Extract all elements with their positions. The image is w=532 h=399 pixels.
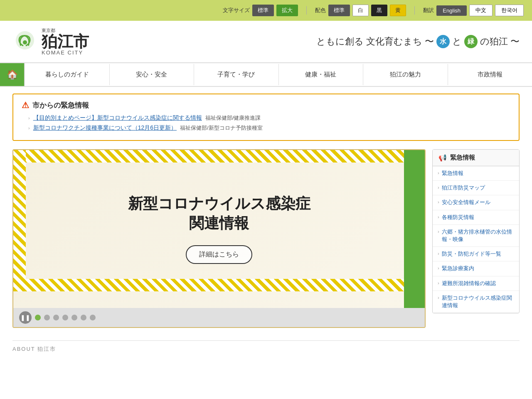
slide-controls: ❚❚ [13,308,425,327]
sidebar-link-disaster-info[interactable]: › 各種防災情報 [433,210,519,225]
slideshow-pause-button[interactable]: ❚❚ [19,311,32,324]
megaphone-icon: 📢 [438,154,447,162]
tagline-to: と [452,35,462,48]
sidebar-link-emergency[interactable]: › 緊急情報 [433,166,519,181]
slide-dot-5[interactable] [71,315,77,320]
emergency-link-1-text[interactable]: 【目的別まとめページ】新型コロナウイルス感染症に関する情報 [33,114,202,122]
sidebar-link-safety-mail-text: 安心安全情報メール [442,199,490,206]
main-navigation: 🏠 暮らしのガイド 安心・安全 子育て・学び 健康・福祉 狛江の魅力 市政情報 [0,62,532,87]
color-black-button[interactable]: 黒 [371,5,387,16]
slide-dot-7[interactable] [90,315,96,320]
emergency-link-2[interactable]: › 新型コロナワクチン接種事業について（12月6日更新） 福祉保健部/新型コロナ… [28,124,510,132]
about-label: ABOUT 狛江市 [12,346,56,352]
color-yellow-button[interactable]: 黄 [390,5,406,16]
divider-1 [306,6,307,15]
slide-dot-1[interactable] [35,315,41,320]
emergency-sidebar: 📢 緊急情報 › 緊急情報 › 狛江市防災マップ › 安心安全情報メール › 各… [432,149,520,313]
water-badge: 水 [436,35,450,48]
stripe-border-bottom [13,279,425,291]
sidebar-title: 緊急情報 [450,154,475,162]
nav-item-city-admin[interactable]: 市政情報 [448,64,532,85]
main-content: ⚠ 市からの緊急情報 › 【目的別まとめページ】新型コロナウイルス感染症に関する… [0,87,532,360]
chevron-icon: › [438,266,439,271]
translate-section: 翻訳 English 中文 한국어 [423,5,524,16]
emergency-dept-2: 福祉保健部/新型コロナ予防接種室 [180,124,263,132]
sidebar-link-disaster-map[interactable]: › 狛江市防災マップ [433,181,519,195]
font-size-label: 文字サイズ [223,7,250,14]
sidebar-link-emergency-medical-text: 緊急診療案内 [442,265,474,272]
nav-item-charm[interactable]: 狛江の魅力 [363,64,448,85]
font-standard-button[interactable]: 標準 [252,5,274,16]
emergency-link-1[interactable]: › 【目的別まとめページ】新型コロナウイルス感染症に関する情報 福祉保健部/健康… [28,114,510,122]
emergency-link-2-text[interactable]: 新型コロナワクチン接種事業について（12月6日更新） [33,124,177,132]
translate-label: 翻訳 [423,7,434,14]
emergency-info-box: ⚠ 市からの緊急情報 › 【目的別まとめページ】新型コロナウイルス感染症に関する… [12,94,520,141]
header-tagline: ともに創る 文化育むまち 〜 水 と 緑 の狛江 〜 [316,35,520,48]
chevron-icon: › [438,281,439,286]
chevron-icon: › [438,200,439,204]
tagline-part1: ともに創る [316,35,364,48]
nav-item-living-guide[interactable]: 暮らしのガイド [25,64,110,85]
lang-english-button[interactable]: English [436,5,467,16]
lang-korean-button[interactable]: 한국어 [495,5,524,16]
stripe-border-top [13,150,425,163]
sidebar-link-disaster-info-text: 各種防災情報 [442,214,474,221]
about-section: ABOUT 狛江市 [12,340,520,353]
slideshow-container: 新型コロナウイルス感染症 関連情報 詳細はこちら ❚❚ [12,149,426,328]
sidebar-link-water-level-text: 六郷・猪方排水樋管の水位情報・映像 [442,228,514,243]
sidebar-link-guide-list[interactable]: › 防災・防犯ガイド等一覧 [433,247,519,261]
slide-content: 新型コロナウイルス感染症 関連情報 詳細はこちら [13,150,425,308]
lang-chinese-button[interactable]: 中文 [469,5,493,16]
slide-dot-2[interactable] [44,315,50,320]
nav-item-safety[interactable]: 安心・安全 [110,64,195,85]
color-label: 配色 [315,7,326,14]
slide-dot-3[interactable] [53,315,59,320]
nav-item-child-learning[interactable]: 子育て・学び [194,64,279,85]
emergency-dept-1: 福祉保健部/健康推進課 [205,114,261,122]
tagline-part2: 文化育むまち [366,35,422,48]
sidebar-link-shelter-congestion-text: 避難所混雑情報の確認 [442,280,496,287]
sidebar-link-shelter-congestion[interactable]: › 避難所混雑情報の確認 [433,276,519,291]
slide-green-bar [404,150,425,308]
sidebar-link-covid-info[interactable]: › 新型コロナウイルス感染症関連情報 [433,291,519,313]
chevron-icon: › [438,229,439,234]
sidebar-link-safety-mail[interactable]: › 安心安全情報メール [433,195,519,210]
font-size-section: 文字サイズ 標準 拡大 [223,5,298,16]
slide-inner: 新型コロナウイルス感染症 関連情報 詳細はこちら [103,186,335,273]
tagline-part4: の狛江 〜 [480,35,520,48]
green-badge: 緑 [464,35,478,48]
sidebar-link-covid-info-text: 新型コロナウイルス感染症関連情報 [442,294,514,309]
tagline-separator1: 〜 [425,35,434,48]
nav-home-button[interactable]: 🏠 [0,63,25,86]
chevron-icon: › [438,251,439,256]
nav-item-health-welfare[interactable]: 健康・福祉 [279,64,364,85]
chevron-icon-1: › [28,116,30,121]
site-header: 東京都 狛江市 KOMAE CITY ともに創る 文化育むまち 〜 水 と 緑 … [0,21,532,62]
color-section: 配色 標準 白 黒 黄 [315,5,406,16]
city-logo-icon [12,29,37,54]
color-standard-button[interactable]: 標準 [328,5,350,16]
sidebar-link-disaster-map-text: 狛江市防災マップ [442,184,485,192]
stripe-border-left [13,150,26,291]
svg-point-1 [23,40,27,44]
color-white-button[interactable]: 白 [352,5,369,16]
slide-dot-4[interactable] [62,315,68,320]
logo-area[interactable]: 東京都 狛江市 KOMAE CITY [12,27,89,56]
divider-2 [414,6,415,15]
slide-title: 新型コロナウイルス感染症 関連情報 [128,194,310,233]
chevron-icon: › [438,185,439,190]
slide-dot-6[interactable] [81,315,86,320]
sidebar-link-water-level[interactable]: › 六郷・猪方排水樋管の水位情報・映像 [433,225,519,247]
sidebar-header: 📢 緊急情報 [433,150,519,166]
sidebar-link-guide-list-text: 防災・防犯ガイド等一覧 [442,250,501,258]
chevron-icon: › [438,170,439,175]
sidebar-link-emergency-medical[interactable]: › 緊急診療案内 [433,261,519,276]
slide-detail-button[interactable]: 詳細はこちら [186,245,252,264]
logo-city-en: KOMAE CITY [42,49,89,56]
logo-city-name: 狛江市 [42,34,89,49]
warning-icon: ⚠ [22,100,29,110]
top-utility-bar: 文字サイズ 標準 拡大 配色 標準 白 黒 黄 翻訳 English 中文 한국… [0,0,532,21]
font-large-button[interactable]: 拡大 [276,5,298,16]
logo-text: 東京都 狛江市 KOMAE CITY [42,27,89,56]
chevron-icon: › [438,214,439,219]
